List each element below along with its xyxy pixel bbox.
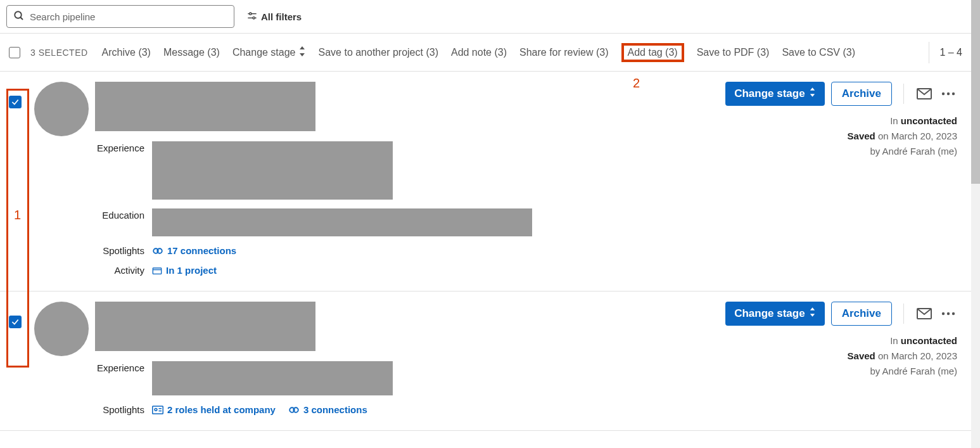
change-stage-btn-label: Change stage <box>734 307 805 320</box>
redacted-experience <box>152 141 393 200</box>
vertical-scrollbar[interactable] <box>971 0 980 448</box>
svg-point-22 <box>947 312 950 315</box>
svg-point-0 <box>15 11 22 18</box>
connections-text: 3 connections <box>303 404 367 415</box>
avatar[interactable] <box>34 82 89 136</box>
annotation-number-2: 2 <box>633 76 640 91</box>
svg-point-11 <box>942 93 945 95</box>
archive-button[interactable]: Archive <box>831 302 892 326</box>
mail-icon-button[interactable] <box>915 87 933 101</box>
connections-icon <box>152 247 163 255</box>
svg-point-5 <box>253 16 255 18</box>
roles-link[interactable]: 2 roles held at company <box>152 404 276 415</box>
connections-icon <box>288 406 300 414</box>
change-stage-label: Change stage <box>232 47 296 58</box>
activity-label: Activity <box>95 265 152 276</box>
row-checkbox[interactable] <box>9 316 22 328</box>
divider <box>903 84 904 104</box>
avatar[interactable] <box>34 302 89 356</box>
change-stage-btn-label: Change stage <box>734 87 805 100</box>
change-stage-button[interactable]: Change stage <box>725 302 824 326</box>
select-all-checkbox[interactable] <box>9 47 20 58</box>
svg-point-15 <box>155 408 157 411</box>
svg-point-21 <box>942 312 945 315</box>
top-row: All filters <box>0 0 971 34</box>
save-another-project-action[interactable]: Save to another project (3) <box>319 47 438 58</box>
folder-icon <box>152 266 162 275</box>
experience-label: Experience <box>95 361 152 373</box>
add-tag-action[interactable]: Add tag (3) <box>621 43 684 62</box>
up-down-icon <box>809 307 816 320</box>
more-icon-button[interactable] <box>939 307 957 321</box>
scrollbar-thumb[interactable] <box>971 0 980 184</box>
row-meta: In uncontacted Saved on March 20, 2023 b… <box>848 333 957 379</box>
save-pdf-action[interactable]: Save to PDF (3) <box>697 47 770 58</box>
all-filters-label: All filters <box>261 11 302 22</box>
all-filters-button[interactable]: All filters <box>247 11 302 22</box>
save-csv-action[interactable]: Save to CSV (3) <box>782 47 855 58</box>
row-actions: Change stage Archive <box>725 82 957 106</box>
svg-point-23 <box>952 312 955 315</box>
candidate-list: Experience Education Spotlights 17 co <box>0 72 971 431</box>
message-action[interactable]: Message (3) <box>163 47 220 58</box>
up-down-icon <box>298 46 306 58</box>
education-label: Education <box>95 208 152 221</box>
spotlights-label: Spotlights <box>95 404 152 415</box>
id-card-icon <box>152 406 163 414</box>
change-stage-button[interactable]: Change stage <box>725 82 824 106</box>
spotlights-label: Spotlights <box>95 245 152 256</box>
result-range: 1 – 4 <box>939 47 962 58</box>
action-bar: 3 SELECTED Archive (3) Message (3) Chang… <box>0 34 971 72</box>
sliders-icon <box>247 11 257 22</box>
divider <box>929 42 929 63</box>
redacted-education <box>152 208 532 236</box>
candidate-row: Experience Education Spotlights 17 co <box>0 72 971 291</box>
candidate-row: Experience Spotlights 2 roles held at co… <box>0 291 971 431</box>
annotation-number-1: 1 <box>14 208 21 222</box>
connections-link[interactable]: 17 connections <box>152 245 236 256</box>
redacted-experience <box>152 361 393 395</box>
svg-rect-14 <box>153 406 163 414</box>
project-link[interactable]: In 1 project <box>152 265 217 276</box>
change-stage-action[interactable]: Change stage <box>232 46 306 58</box>
more-icon-button[interactable] <box>939 87 957 101</box>
svg-rect-8 <box>153 268 161 274</box>
share-review-action[interactable]: Share for review (3) <box>519 47 609 58</box>
svg-point-13 <box>952 93 955 95</box>
redacted-name-block <box>95 82 315 131</box>
archive-button[interactable]: Archive <box>831 82 892 106</box>
mail-icon-button[interactable] <box>915 307 933 321</box>
connections-text: 17 connections <box>167 245 236 256</box>
selected-count: 3 SELECTED <box>30 48 88 58</box>
add-note-action[interactable]: Add note (3) <box>451 47 507 58</box>
row-checkbox[interactable] <box>9 96 22 108</box>
up-down-icon <box>809 87 816 100</box>
search-icon <box>13 10 25 23</box>
search-input[interactable] <box>30 11 227 22</box>
row-actions: Change stage Archive <box>725 302 957 326</box>
svg-line-1 <box>20 17 23 20</box>
divider <box>903 304 904 324</box>
search-box[interactable] <box>6 5 234 28</box>
project-text: In 1 project <box>166 265 217 276</box>
archive-action[interactable]: Archive (3) <box>102 47 151 58</box>
svg-point-4 <box>250 13 251 15</box>
redacted-name-block <box>95 302 315 351</box>
experience-label: Experience <box>95 141 152 153</box>
roles-text: 2 roles held at company <box>167 404 276 415</box>
svg-point-12 <box>947 93 950 95</box>
row-meta: In uncontacted Saved on March 20, 2023 b… <box>848 113 957 159</box>
connections-link[interactable]: 3 connections <box>288 404 367 415</box>
